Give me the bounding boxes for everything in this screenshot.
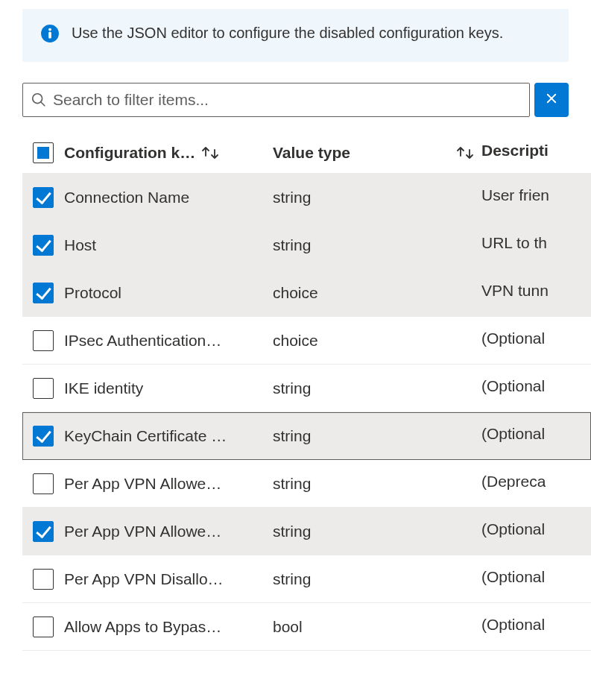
svg-point-3 xyxy=(33,94,42,104)
row-key: IKE identity xyxy=(64,379,143,397)
svg-line-4 xyxy=(41,102,45,107)
svg-rect-2 xyxy=(48,32,51,39)
row-key: Connection Name xyxy=(64,189,189,206)
row-desc: (Optional xyxy=(481,425,545,443)
info-banner: Use the JSON editor to configure the dis… xyxy=(22,9,569,62)
table-row[interactable]: Per App VPN Allowe… string (Depreca xyxy=(22,460,591,508)
table-row[interactable]: Per App VPN Allowe… string (Optional xyxy=(22,508,591,555)
row-checkbox[interactable] xyxy=(33,330,54,351)
row-key: IPsec Authentication… xyxy=(64,332,221,350)
row-checkbox[interactable] xyxy=(33,187,54,208)
sort-icon xyxy=(200,145,221,160)
table-row[interactable]: Host string URL to th xyxy=(22,221,591,269)
row-type: string xyxy=(273,570,311,588)
row-type: string xyxy=(273,189,311,206)
search-box[interactable] xyxy=(22,83,530,117)
row-checkbox[interactable] xyxy=(33,569,54,590)
row-key: Per App VPN Allowe… xyxy=(64,523,221,540)
row-checkbox[interactable] xyxy=(33,235,54,256)
clear-search-button[interactable] xyxy=(534,83,569,117)
row-desc: (Optional xyxy=(481,329,545,347)
table-row[interactable]: Per App VPN Disallo… string (Optional xyxy=(22,555,591,603)
column-header-type[interactable]: Value type xyxy=(273,144,481,162)
table-row[interactable]: Connection Name string User frien xyxy=(22,174,591,221)
row-key: Protocol xyxy=(64,284,121,302)
row-desc: (Optional xyxy=(481,568,545,586)
row-checkbox[interactable] xyxy=(33,378,54,399)
row-checkbox[interactable] xyxy=(33,521,54,542)
row-checkbox[interactable] xyxy=(33,426,54,447)
table-header: Configuration k… Value type xyxy=(22,132,591,174)
row-key: Allow Apps to Bypas… xyxy=(64,618,221,636)
row-desc: (Depreca xyxy=(481,473,546,491)
search-row xyxy=(22,83,569,117)
row-type: bool xyxy=(273,618,303,636)
row-desc: (Optional xyxy=(481,377,545,395)
row-key: Host xyxy=(64,236,96,254)
row-type: string xyxy=(273,236,311,254)
row-key: Per App VPN Allowe… xyxy=(64,475,221,493)
table-row[interactable]: IPsec Authentication… choice (Optional xyxy=(22,317,591,365)
row-key: Per App VPN Disallo… xyxy=(64,570,224,588)
close-icon xyxy=(545,90,558,110)
row-desc: (Optional xyxy=(481,616,545,634)
row-type: choice xyxy=(273,332,318,350)
row-desc: User frien xyxy=(481,186,549,204)
row-type: string xyxy=(273,523,311,540)
info-banner-text: Use the JSON editor to configure the dis… xyxy=(72,22,503,44)
config-keys-table: Configuration k… Value type xyxy=(22,132,591,651)
row-type: choice xyxy=(273,284,318,302)
table-row[interactable]: Allow Apps to Bypas… bool (Optional xyxy=(22,603,591,651)
sort-icon xyxy=(455,145,475,160)
table-row[interactable]: IKE identity string (Optional xyxy=(22,365,591,412)
row-desc: URL to th xyxy=(481,234,547,252)
select-all-checkbox[interactable] xyxy=(33,142,54,163)
row-desc: VPN tunn xyxy=(481,282,549,300)
row-checkbox[interactable] xyxy=(33,617,54,637)
column-header-key[interactable]: Configuration k… xyxy=(64,144,273,162)
row-type: string xyxy=(273,379,311,397)
svg-point-1 xyxy=(48,28,51,31)
row-checkbox[interactable] xyxy=(33,283,54,303)
search-input[interactable] xyxy=(53,91,522,109)
search-icon xyxy=(31,92,47,108)
table-row[interactable]: Protocol choice VPN tunn xyxy=(22,269,591,317)
info-icon xyxy=(40,24,60,43)
table-row[interactable]: KeyChain Certificate … string (Optional xyxy=(22,412,591,460)
row-key: KeyChain Certificate … xyxy=(64,427,227,445)
row-checkbox[interactable] xyxy=(33,473,54,494)
row-type: string xyxy=(273,475,311,493)
column-header-desc[interactable]: Descripti xyxy=(481,142,591,163)
row-desc: (Optional xyxy=(481,520,545,538)
row-type: string xyxy=(273,427,311,445)
